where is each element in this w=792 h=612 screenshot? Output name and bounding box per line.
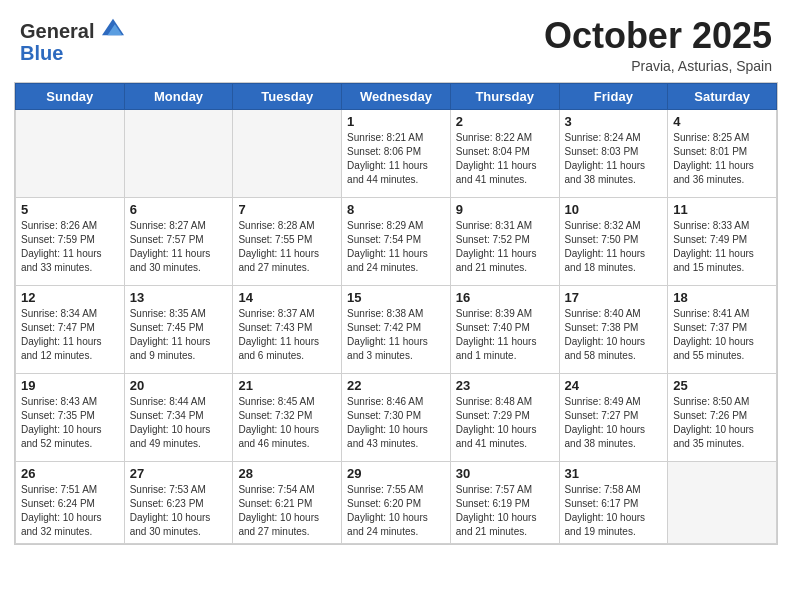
day-number: 16 <box>456 290 554 305</box>
col-tuesday: Tuesday <box>233 83 342 109</box>
day-number: 23 <box>456 378 554 393</box>
logo-blue: Blue <box>20 42 63 64</box>
cal-cell: 8Sunrise: 8:29 AM Sunset: 7:54 PM Daylig… <box>342 197 451 285</box>
logo-icon <box>102 16 124 38</box>
day-number: 5 <box>21 202 119 217</box>
day-number: 26 <box>21 466 119 481</box>
day-number: 25 <box>673 378 771 393</box>
cell-details: Sunrise: 8:33 AM Sunset: 7:49 PM Dayligh… <box>673 219 771 275</box>
cal-cell: 29Sunrise: 7:55 AM Sunset: 6:20 PM Dayli… <box>342 461 451 543</box>
day-number: 18 <box>673 290 771 305</box>
month-title: October 2025 <box>544 16 772 56</box>
day-number: 13 <box>130 290 228 305</box>
logo-general: General <box>20 20 94 42</box>
cell-details: Sunrise: 8:24 AM Sunset: 8:03 PM Dayligh… <box>565 131 663 187</box>
cell-details: Sunrise: 8:27 AM Sunset: 7:57 PM Dayligh… <box>130 219 228 275</box>
day-number: 17 <box>565 290 663 305</box>
cal-cell: 22Sunrise: 8:46 AM Sunset: 7:30 PM Dayli… <box>342 373 451 461</box>
day-number: 7 <box>238 202 336 217</box>
cell-details: Sunrise: 8:28 AM Sunset: 7:55 PM Dayligh… <box>238 219 336 275</box>
cell-details: Sunrise: 7:57 AM Sunset: 6:19 PM Dayligh… <box>456 483 554 539</box>
day-number: 2 <box>456 114 554 129</box>
cell-details: Sunrise: 8:35 AM Sunset: 7:45 PM Dayligh… <box>130 307 228 363</box>
calendar-table: Sunday Monday Tuesday Wednesday Thursday… <box>15 83 777 544</box>
cell-details: Sunrise: 7:51 AM Sunset: 6:24 PM Dayligh… <box>21 483 119 539</box>
cal-cell: 28Sunrise: 7:54 AM Sunset: 6:21 PM Dayli… <box>233 461 342 543</box>
cal-cell: 16Sunrise: 8:39 AM Sunset: 7:40 PM Dayli… <box>450 285 559 373</box>
cal-cell: 31Sunrise: 7:58 AM Sunset: 6:17 PM Dayli… <box>559 461 668 543</box>
cal-cell: 2Sunrise: 8:22 AM Sunset: 8:04 PM Daylig… <box>450 109 559 197</box>
cell-details: Sunrise: 7:58 AM Sunset: 6:17 PM Dayligh… <box>565 483 663 539</box>
cal-cell: 7Sunrise: 8:28 AM Sunset: 7:55 PM Daylig… <box>233 197 342 285</box>
week-row-2: 12Sunrise: 8:34 AM Sunset: 7:47 PM Dayli… <box>16 285 777 373</box>
cal-cell: 27Sunrise: 7:53 AM Sunset: 6:23 PM Dayli… <box>124 461 233 543</box>
calendar: Sunday Monday Tuesday Wednesday Thursday… <box>14 82 778 545</box>
cell-details: Sunrise: 8:48 AM Sunset: 7:29 PM Dayligh… <box>456 395 554 451</box>
week-row-0: 1Sunrise: 8:21 AM Sunset: 8:06 PM Daylig… <box>16 109 777 197</box>
cell-details: Sunrise: 8:50 AM Sunset: 7:26 PM Dayligh… <box>673 395 771 451</box>
cal-cell: 20Sunrise: 8:44 AM Sunset: 7:34 PM Dayli… <box>124 373 233 461</box>
cal-cell <box>124 109 233 197</box>
cal-cell: 17Sunrise: 8:40 AM Sunset: 7:38 PM Dayli… <box>559 285 668 373</box>
day-number: 28 <box>238 466 336 481</box>
cal-cell: 1Sunrise: 8:21 AM Sunset: 8:06 PM Daylig… <box>342 109 451 197</box>
col-thursday: Thursday <box>450 83 559 109</box>
day-number: 8 <box>347 202 445 217</box>
cell-details: Sunrise: 7:53 AM Sunset: 6:23 PM Dayligh… <box>130 483 228 539</box>
day-number: 31 <box>565 466 663 481</box>
day-number: 3 <box>565 114 663 129</box>
day-number: 6 <box>130 202 228 217</box>
cell-details: Sunrise: 8:44 AM Sunset: 7:34 PM Dayligh… <box>130 395 228 451</box>
cell-details: Sunrise: 8:43 AM Sunset: 7:35 PM Dayligh… <box>21 395 119 451</box>
col-wednesday: Wednesday <box>342 83 451 109</box>
cal-cell <box>16 109 125 197</box>
cell-details: Sunrise: 8:32 AM Sunset: 7:50 PM Dayligh… <box>565 219 663 275</box>
day-number: 9 <box>456 202 554 217</box>
col-sunday: Sunday <box>16 83 125 109</box>
day-number: 21 <box>238 378 336 393</box>
cell-details: Sunrise: 8:31 AM Sunset: 7:52 PM Dayligh… <box>456 219 554 275</box>
day-number: 27 <box>130 466 228 481</box>
day-number: 22 <box>347 378 445 393</box>
cell-details: Sunrise: 7:55 AM Sunset: 6:20 PM Dayligh… <box>347 483 445 539</box>
day-number: 15 <box>347 290 445 305</box>
cal-cell: 21Sunrise: 8:45 AM Sunset: 7:32 PM Dayli… <box>233 373 342 461</box>
cell-details: Sunrise: 8:34 AM Sunset: 7:47 PM Dayligh… <box>21 307 119 363</box>
cal-cell: 12Sunrise: 8:34 AM Sunset: 7:47 PM Dayli… <box>16 285 125 373</box>
cal-cell: 26Sunrise: 7:51 AM Sunset: 6:24 PM Dayli… <box>16 461 125 543</box>
cell-details: Sunrise: 8:40 AM Sunset: 7:38 PM Dayligh… <box>565 307 663 363</box>
page: General Blue October 2025 Pravia, Asturi… <box>0 0 792 612</box>
week-row-3: 19Sunrise: 8:43 AM Sunset: 7:35 PM Dayli… <box>16 373 777 461</box>
cell-details: Sunrise: 8:37 AM Sunset: 7:43 PM Dayligh… <box>238 307 336 363</box>
day-number: 12 <box>21 290 119 305</box>
cal-cell: 14Sunrise: 8:37 AM Sunset: 7:43 PM Dayli… <box>233 285 342 373</box>
cal-cell: 11Sunrise: 8:33 AM Sunset: 7:49 PM Dayli… <box>668 197 777 285</box>
col-saturday: Saturday <box>668 83 777 109</box>
day-number: 24 <box>565 378 663 393</box>
cal-cell: 9Sunrise: 8:31 AM Sunset: 7:52 PM Daylig… <box>450 197 559 285</box>
location: Pravia, Asturias, Spain <box>544 58 772 74</box>
cal-cell: 18Sunrise: 8:41 AM Sunset: 7:37 PM Dayli… <box>668 285 777 373</box>
day-number: 4 <box>673 114 771 129</box>
cal-cell <box>233 109 342 197</box>
cal-cell: 10Sunrise: 8:32 AM Sunset: 7:50 PM Dayli… <box>559 197 668 285</box>
cell-details: Sunrise: 8:22 AM Sunset: 8:04 PM Dayligh… <box>456 131 554 187</box>
cell-details: Sunrise: 7:54 AM Sunset: 6:21 PM Dayligh… <box>238 483 336 539</box>
cal-cell: 23Sunrise: 8:48 AM Sunset: 7:29 PM Dayli… <box>450 373 559 461</box>
week-row-4: 26Sunrise: 7:51 AM Sunset: 6:24 PM Dayli… <box>16 461 777 543</box>
col-friday: Friday <box>559 83 668 109</box>
header-row: Sunday Monday Tuesday Wednesday Thursday… <box>16 83 777 109</box>
day-number: 29 <box>347 466 445 481</box>
cal-cell: 30Sunrise: 7:57 AM Sunset: 6:19 PM Dayli… <box>450 461 559 543</box>
cell-details: Sunrise: 8:45 AM Sunset: 7:32 PM Dayligh… <box>238 395 336 451</box>
day-number: 10 <box>565 202 663 217</box>
cell-details: Sunrise: 8:25 AM Sunset: 8:01 PM Dayligh… <box>673 131 771 187</box>
cell-details: Sunrise: 8:41 AM Sunset: 7:37 PM Dayligh… <box>673 307 771 363</box>
cal-cell: 5Sunrise: 8:26 AM Sunset: 7:59 PM Daylig… <box>16 197 125 285</box>
day-number: 20 <box>130 378 228 393</box>
day-number: 1 <box>347 114 445 129</box>
day-number: 30 <box>456 466 554 481</box>
cal-cell: 15Sunrise: 8:38 AM Sunset: 7:42 PM Dayli… <box>342 285 451 373</box>
cell-details: Sunrise: 8:21 AM Sunset: 8:06 PM Dayligh… <box>347 131 445 187</box>
cal-cell <box>668 461 777 543</box>
